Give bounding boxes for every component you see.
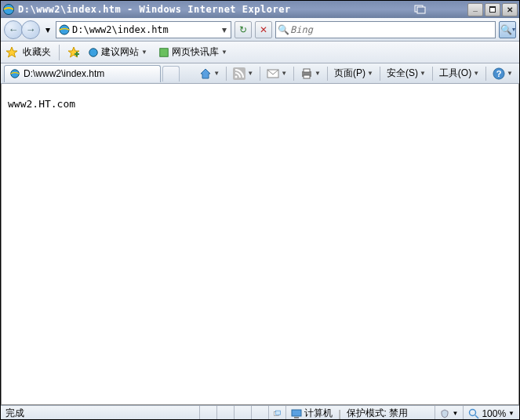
ie-icon [88,47,99,58]
window-title: D:\www2\index.htm - Windows Internet Exp… [18,4,413,15]
home-button[interactable]: ▼ [196,66,223,81]
statusbar: 完成 计算机 | 保护模式: 禁用 ▼ 100% ▼ [1,405,519,420]
status-zone[interactable]: 计算机 | 保护模式: 禁用 [286,406,435,420]
favorites-star-icon[interactable] [5,46,18,59]
svg-rect-2 [417,7,425,13]
zoom-control[interactable]: 100% ▼ [464,408,519,419]
popup-blocked-icon [274,408,281,419]
mail-icon [267,69,279,78]
chevron-down-icon: ▼ [281,70,287,77]
svg-point-13 [235,75,238,78]
menu-label: 页面(P) [334,67,365,80]
address-input[interactable] [72,24,218,35]
chevron-down-icon: ▼ [508,410,515,417]
add-favorite-icon[interactable] [67,46,80,59]
computer-icon [291,408,302,419]
chevron-down-icon: ▼ [213,70,220,77]
maximize-button[interactable] [485,3,500,16]
nav-buttons: ← → [4,20,40,39]
status-popup-icon[interactable] [269,406,286,420]
menu-label: 安全(S) [387,67,418,80]
protected-mode-label: 保护模式: 禁用 [347,407,409,420]
svg-line-25 [475,415,478,418]
svg-rect-12 [233,67,245,80]
chevron-down-icon: ▼ [367,70,373,77]
search-input[interactable] [290,24,495,35]
body-text: www2.HT.com [8,98,75,110]
status-pane-3 [235,406,252,420]
print-button[interactable]: ▼ [297,67,324,81]
stop-button[interactable]: ✕ [255,21,272,38]
shield-icon [440,409,449,418]
new-tab-button[interactable] [162,66,180,81]
active-tab[interactable]: D:\www2\index.htm [4,65,161,82]
page-icon [58,24,71,36]
separator [226,67,227,81]
page-menu[interactable]: 页面(P) ▼ [331,65,376,81]
separator [327,67,328,81]
status-text: 完成 [1,406,200,420]
svg-marker-11 [201,69,210,78]
search-go-button[interactable]: 🔍▾ [499,21,516,38]
ie-icon [2,3,15,16]
chevron-down-icon: ▼ [452,410,458,417]
zoom-icon [468,408,479,419]
chevron-down-icon: ▼ [315,70,321,77]
window-controls: _ ✕ [467,3,518,16]
separator [260,67,260,81]
nav-toolbar: ← → ▾ ▾ ↻ ✕ 🔍 🔍▾ [1,18,519,42]
tab-title: D:\www2\index.htm [24,68,104,79]
svg-text:?: ? [496,69,502,78]
status-done-label: 完成 [5,407,24,420]
svg-rect-23 [294,417,299,418]
svg-rect-22 [292,410,301,416]
tools-menu[interactable]: 工具(O) ▼ [436,65,482,81]
fav-item-label: 建议网站 [101,45,139,59]
address-dropdown-icon[interactable]: ▾ [218,24,231,35]
page-content: www2.HT.com [1,84,519,405]
titlebar: D:\www2\index.htm - Windows Internet Exp… [1,1,519,18]
status-pane-4 [252,406,269,420]
refresh-button[interactable]: ↻ [235,21,252,38]
rss-icon [233,67,245,80]
chevron-down-icon: ▼ [420,70,426,77]
chevron-down-icon: ▼ [247,70,253,77]
favorites-label[interactable]: 收藏夹 [23,45,51,59]
feeds-button[interactable]: ▼ [230,66,256,81]
close-button[interactable]: ✕ [502,3,518,16]
status-security[interactable]: ▼ [435,406,464,420]
separator [485,67,486,81]
favorites-bar: 收藏夹 建议网站 ▼ 网页快讯库 ▼ [1,42,519,63]
menu-label: 工具(O) [439,67,471,80]
chevron-down-icon: ▼ [141,49,147,56]
status-pane-1 [200,406,217,420]
svg-rect-21 [276,411,281,415]
chevron-down-icon: ▼ [473,70,479,77]
print-icon [300,68,313,79]
minimize-button[interactable]: _ [467,3,483,16]
separator [380,67,380,81]
separator [432,67,433,81]
restore-indicator-icon [413,3,428,16]
search-bar[interactable]: 🔍 [275,21,496,38]
svg-rect-16 [304,69,310,72]
svg-point-24 [470,409,476,415]
separator [293,67,294,81]
help-button[interactable]: ? ▼ [489,66,516,81]
separator [59,45,60,60]
search-icon: 🔍 [276,24,290,35]
safety-menu[interactable]: 安全(S) ▼ [384,65,429,81]
tab-toolbar: D:\www2\index.htm ▼ ▼ ▼ ▼ 页面(P) ▼ 安全(S) … [1,63,519,84]
forward-button[interactable]: → [21,20,40,39]
back-button[interactable]: ← [4,20,23,39]
status-pane-2 [217,406,235,420]
mail-button[interactable]: ▼ [264,67,290,80]
svg-rect-9 [160,48,169,56]
home-icon [199,67,212,80]
fav-suggested-sites[interactable]: 建议网站 ▼ [85,44,151,60]
zoom-level: 100% [482,408,506,419]
address-bar[interactable]: ▾ [56,21,231,38]
nav-history-dropdown[interactable]: ▾ [43,24,53,35]
fav-web-slices[interactable]: 网页快讯库 ▼ [155,44,231,60]
help-icon: ? [493,67,505,80]
